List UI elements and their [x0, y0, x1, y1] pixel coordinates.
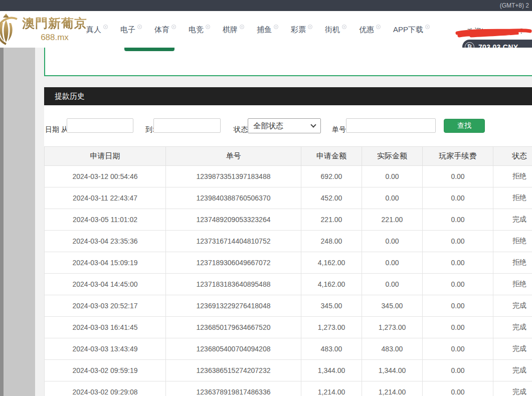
nav-item-qipai[interactable]: 棋牌 [223, 24, 244, 35]
nav-item-dianjing[interactable]: 电竞 [189, 24, 210, 35]
cell-request-date: 2024-03-12 00:54:46 [45, 166, 166, 187]
table-row: 2024-03-03 13:43:49123680540070409420848… [45, 338, 532, 360]
nav-item-label: 体育 [154, 24, 169, 35]
nav-item-app-download[interactable]: APP下载 [393, 24, 430, 35]
column-header: 单号 [166, 147, 301, 166]
filter-bar: 日期 从: 到: 状态: 全部状态 单号: 查找 [44, 105, 532, 146]
table-header-row: 申请日期单号申请金额实际金额玩家手续费状态 [45, 147, 532, 166]
cell-applied-amount: 452.00 [301, 187, 362, 209]
table-row: 2024-03-04 14:45:0012371831836408954884,… [45, 274, 532, 295]
section-title: 提款历史 [44, 87, 532, 105]
cell-order-number: 1237316714404810752 [166, 231, 301, 252]
cell-applied-amount: 345.00 [301, 295, 362, 317]
cell-status: 拒绝 [493, 252, 532, 274]
date-to-input[interactable] [153, 118, 221, 133]
nav-badge-icon [103, 25, 108, 29]
cell-player-fee: 0.00 [423, 231, 493, 252]
cell-actual-amount: 345.00 [362, 295, 423, 317]
cell-request-date: 2024-03-03 16:41:45 [45, 317, 166, 338]
cell-request-date: 2024-03-05 11:01:02 [45, 209, 166, 231]
cell-status: 拒绝 [493, 187, 532, 209]
nav-item-jieji[interactable]: 街机 [325, 24, 346, 35]
status-select-value: 全部状态 [253, 121, 311, 131]
withdrawal-history-table: 申请日期单号申请金额实际金额玩家手续费状态 2024-03-12 00:54:4… [44, 146, 532, 396]
cell-order-number: 1236386515274207232 [166, 360, 301, 381]
cell-actual-amount: 1,214.00 [362, 381, 423, 396]
cell-actual-amount: 221.00 [362, 209, 423, 231]
column-header: 申请日期 [45, 147, 166, 166]
cell-applied-amount: 248.00 [301, 231, 362, 252]
cell-status: 完成 [493, 317, 532, 338]
table-row: 2024-03-12 00:54:46123987335139718348869… [45, 166, 532, 187]
section-header: 提款历史 [44, 87, 532, 105]
cell-request-date: 2024-03-04 14:45:00 [45, 274, 166, 295]
nav-item-label: 真人 [86, 24, 101, 35]
cell-status: 拒绝 [493, 274, 532, 295]
cell-request-date: 2024-03-02 09:59:19 [45, 360, 166, 381]
timezone-label: (GMT+8) 2 [500, 2, 529, 9]
nav-item-caipiao[interactable]: 彩票 [291, 24, 312, 35]
order-number-input[interactable] [346, 118, 436, 133]
cell-order-number: 1239873351397183488 [166, 166, 301, 187]
cell-player-fee: 0.00 [423, 295, 493, 317]
left-gray-column [4, 48, 35, 396]
nav-item-tiyu[interactable]: 体育 [154, 24, 176, 35]
nav-item-label: 街机 [325, 24, 340, 35]
cell-status: 完成 [493, 209, 532, 231]
cell-status: 完成 [493, 295, 532, 317]
nav-item-zhenren[interactable]: 真人 [86, 24, 108, 35]
cell-player-fee: 0.00 [423, 381, 493, 396]
nav-item-dianzi[interactable]: 电子 [120, 24, 142, 35]
cell-player-fee: 0.00 [423, 360, 493, 381]
cell-actual-amount: 0.00 [362, 231, 423, 252]
cell-applied-amount: 692.00 [301, 166, 362, 187]
cell-player-fee: 0.00 [423, 317, 493, 338]
cell-status: 完成 [493, 381, 532, 396]
cell-status: 完成 [493, 360, 532, 381]
nav-item-buyu[interactable]: 捕鱼 [257, 24, 278, 35]
column-header: 实际金额 [362, 147, 423, 166]
table-row: 2024-03-03 16:41:4512368501796346675201,… [45, 317, 532, 338]
logo[interactable]: 澳門新葡京 688.mx [22, 15, 87, 43]
table-body: 2024-03-12 00:54:46123987335139718348869… [45, 166, 532, 396]
cell-player-fee: 0.00 [423, 166, 493, 187]
cell-applied-amount: 221.00 [301, 209, 362, 231]
cell-request-date: 2024-03-11 22:43:47 [45, 187, 166, 209]
date-from-input[interactable] [67, 118, 133, 133]
cell-applied-amount: 1,273.00 [301, 317, 362, 338]
cell-status: 完成 [493, 338, 532, 360]
cell-actual-amount: 1,344.00 [362, 360, 423, 381]
submit-button-remnant[interactable] [124, 48, 174, 51]
column-header: 状态 [493, 147, 532, 166]
cell-request-date: 2024-03-02 09:29:08 [45, 381, 166, 396]
cell-applied-amount: 4,162.00 [301, 274, 362, 295]
nav-badge-icon [376, 25, 381, 29]
nav-badge-icon [274, 25, 278, 29]
main-nav: 真人电子体育电竞棋牌捕鱼彩票街机优惠APP下载 [86, 11, 442, 48]
column-header: 玩家手续费 [423, 147, 493, 166]
cell-applied-amount: 483.00 [301, 338, 362, 360]
nav-badge-icon [206, 25, 210, 29]
cell-order-number: 1239840388760506370 [166, 187, 301, 209]
cell-actual-amount: 1,273.00 [362, 317, 423, 338]
site-header: 澳門新葡京 688.mx 真人电子体育电竞棋牌捕鱼彩票街机优惠APP下载 欢迎!… [0, 11, 532, 48]
cell-order-number: 1236805400704094208 [166, 338, 301, 360]
cell-applied-amount: 4,162.00 [301, 252, 362, 274]
logo-title: 澳門新葡京 [22, 15, 87, 32]
cell-order-number: 1236378919817486336 [166, 381, 301, 396]
cell-player-fee: 0.00 [423, 338, 493, 360]
cell-player-fee: 0.00 [423, 209, 493, 231]
nav-badge-icon [171, 25, 176, 29]
search-button[interactable]: 查找 [444, 119, 485, 133]
cell-applied-amount: 1,344.00 [301, 360, 362, 381]
cell-actual-amount: 483.00 [362, 338, 423, 360]
table-row: 2024-03-04 23:35:36123731671440481075224… [45, 231, 532, 252]
cell-actual-amount: 0.00 [362, 252, 423, 274]
status-select[interactable]: 全部状态 [248, 118, 321, 133]
topbar: (GMT+8) 2 [0, 0, 532, 11]
cell-actual-amount: 0.00 [362, 274, 423, 295]
screen: (GMT+8) 2 澳門新葡京 688.mx 真人电子体育电竞棋牌捕鱼彩票街机优 [0, 0, 532, 396]
nav-item-youhui[interactable]: 优惠 [359, 24, 381, 35]
redaction-scribble-icon [454, 25, 532, 41]
table-row: 2024-03-02 09:29:0812363789198174863361,… [45, 381, 532, 396]
